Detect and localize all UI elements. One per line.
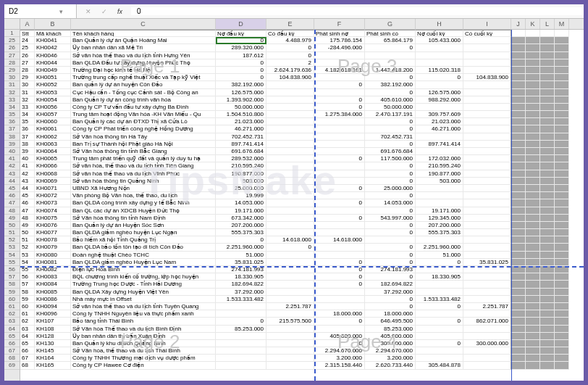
cell[interactable] <box>555 192 569 199</box>
cell[interactable] <box>511 215 526 222</box>
cell[interactable] <box>365 236 416 244</box>
cell[interactable] <box>416 192 463 199</box>
cell[interactable] <box>416 355 463 362</box>
cell[interactable] <box>463 252 511 259</box>
cell[interactable]: 207.200.000 <box>216 222 266 229</box>
cell[interactable]: 0 <box>314 215 365 222</box>
cell[interactable]: 44 <box>20 185 35 192</box>
cell[interactable] <box>511 52 526 59</box>
cell[interactable]: 39 <box>20 148 35 155</box>
cell[interactable] <box>314 59 365 67</box>
cell[interactable] <box>463 192 511 199</box>
cell[interactable] <box>511 67 526 74</box>
cell[interactable] <box>555 236 569 244</box>
cell[interactable]: Cục Hậu cần - Tổng cục Cảnh sát - Bộ Côn… <box>71 89 216 96</box>
cell[interactable]: 46.271.000 <box>416 125 463 133</box>
row-header[interactable]: 60 <box>4 296 20 303</box>
cell[interactable] <box>540 74 555 81</box>
cell[interactable] <box>266 162 314 170</box>
cell[interactable] <box>511 133 526 141</box>
row-header[interactable]: 26 <box>4 44 20 51</box>
cell[interactable] <box>555 52 569 59</box>
cell[interactable] <box>511 273 526 281</box>
cell[interactable]: 0 <box>365 296 416 303</box>
cell[interactable] <box>463 333 511 340</box>
cell[interactable] <box>555 244 569 251</box>
cell[interactable] <box>511 141 526 148</box>
cell[interactable]: 1.393.902.000 <box>216 96 266 104</box>
cell[interactable]: 27 <box>20 59 35 67</box>
cell[interactable] <box>314 52 365 59</box>
cell[interactable] <box>463 178 511 185</box>
cell[interactable]: 1.443.418.200 <box>365 67 416 74</box>
col-header-D[interactable]: D <box>216 19 266 29</box>
cell[interactable]: 25 <box>20 44 35 51</box>
cell[interactable]: 0 <box>365 192 416 199</box>
cell[interactable]: 0 <box>216 59 266 67</box>
cell[interactable] <box>216 362 266 369</box>
cell[interactable]: Ban Quản lý dự án công trình văn hóa <box>71 96 216 104</box>
cell[interactable]: KH0080 <box>35 252 71 259</box>
cell[interactable] <box>555 67 569 74</box>
cell[interactable] <box>511 44 526 51</box>
cell[interactable]: Bảo hiểm xã hội Tỉnh Quảng Trị <box>71 236 216 244</box>
col-header-F[interactable]: F <box>314 19 365 29</box>
cell[interactable] <box>314 207 365 215</box>
cell[interactable] <box>511 37 526 44</box>
cell[interactable] <box>463 310 511 318</box>
cell[interactable] <box>511 326 526 333</box>
cell[interactable] <box>314 222 365 229</box>
cell[interactable]: 63 <box>20 326 35 333</box>
cell[interactable]: Ban QLDA công trình xây dựng y tế Bắc Ni… <box>71 199 216 207</box>
cell[interactable] <box>540 89 555 96</box>
cell[interactable] <box>526 326 540 333</box>
cell[interactable]: 0 <box>416 74 463 81</box>
cell[interactable]: 60 <box>20 303 35 310</box>
cell[interactable]: 66 <box>20 347 35 355</box>
cell[interactable] <box>540 215 555 222</box>
col-header-B[interactable]: B <box>35 19 71 29</box>
cell[interactable] <box>540 118 555 125</box>
cell[interactable] <box>555 141 569 148</box>
cell[interactable]: 62 <box>20 318 35 325</box>
row-header[interactable]: 59 <box>4 289 20 296</box>
cell[interactable]: KH0081 <box>35 259 71 266</box>
row-header[interactable]: 29 <box>4 67 20 74</box>
cell[interactable]: 382.192.000 <box>216 81 266 88</box>
cell[interactable]: KH0065 <box>35 155 71 162</box>
cell[interactable] <box>526 340 540 347</box>
cell[interactable] <box>526 333 540 340</box>
cell[interactable] <box>463 141 511 148</box>
cell[interactable] <box>314 74 365 81</box>
cell[interactable] <box>540 340 555 347</box>
cell[interactable] <box>511 192 526 199</box>
cell[interactable]: 503.000 <box>216 178 266 185</box>
cell[interactable]: 187.612 <box>216 52 266 59</box>
cell[interactable]: 51 <box>20 236 35 244</box>
cell[interactable] <box>511 199 526 207</box>
col-header-H[interactable]: H <box>416 19 463 29</box>
cell[interactable]: 18.000.000 <box>365 310 416 318</box>
col-header-A[interactable]: A <box>20 19 35 29</box>
cell[interactable]: KH130 <box>35 340 71 347</box>
cell[interactable]: KH0044 <box>35 59 71 67</box>
row-header[interactable]: 51 <box>4 229 20 236</box>
cell[interactable]: 117.500.000 <box>365 155 416 162</box>
cell[interactable]: 2.251.787 <box>266 303 314 310</box>
cell[interactable]: 0 <box>314 96 365 104</box>
cell[interactable]: 129.345.000 <box>416 215 463 222</box>
cell[interactable] <box>416 347 463 355</box>
cell[interactable]: 0 <box>365 303 416 310</box>
cell[interactable] <box>511 104 526 111</box>
cell[interactable] <box>216 303 266 310</box>
cell[interactable] <box>540 162 555 170</box>
cell[interactable]: 18.000.000 <box>314 310 365 318</box>
cell[interactable] <box>463 111 511 118</box>
cell[interactable] <box>463 326 511 333</box>
cell[interactable]: Trung tâm hoạt động Văn hóa -KH Văn Miếu… <box>71 111 216 118</box>
cell[interactable]: Ban Quản lý dự án Huyện Sóc Sơn <box>71 222 216 229</box>
select-all-corner[interactable] <box>4 19 20 29</box>
cell[interactable] <box>526 30 540 37</box>
cell[interactable]: 274.181.993 <box>216 266 266 273</box>
cell[interactable] <box>526 281 540 288</box>
